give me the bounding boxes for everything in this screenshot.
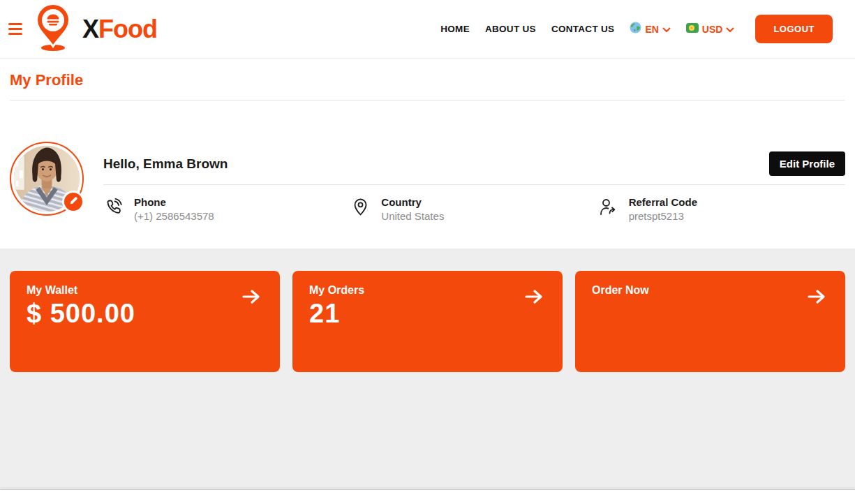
order-now-card-title: Order Now [592, 284, 828, 297]
avatar [10, 142, 84, 216]
edit-profile-button[interactable]: Edit Profile [769, 151, 845, 176]
header: XFood HOME ABOUT US CONTACT US EN [0, 0, 855, 59]
wallet-card-title: My Wallet [27, 284, 263, 297]
my-orders-card[interactable]: My Orders 21 [292, 271, 563, 372]
arrow-right-icon [523, 286, 544, 310]
profile-details: Hello, Emma Brown Edit Profile Phone [103, 142, 845, 223]
order-now-card[interactable]: Order Now [575, 271, 845, 372]
wallet-balance: $ 500.00 [27, 299, 263, 329]
orders-card-title: My Orders [309, 284, 546, 297]
referral-code-field: Referral Code pretspt5213 [598, 195, 845, 223]
logout-button[interactable]: LOGOUT [755, 15, 833, 43]
phone-value: (+1) 2586543578 [134, 209, 214, 223]
edit-avatar-button[interactable] [62, 191, 84, 213]
language-code: EN [645, 24, 658, 35]
hamburger-menu-icon[interactable] [8, 23, 22, 35]
brand-logo[interactable]: XFood [31, 3, 157, 56]
profile-card: Hello, Emma Brown Edit Profile Phone [10, 142, 845, 223]
pencil-icon [69, 195, 78, 208]
user-share-icon [598, 195, 619, 220]
arrow-right-icon [241, 286, 262, 310]
phone-label: Phone [134, 195, 214, 209]
currency-selector[interactable]: USD [686, 23, 735, 36]
brand-name-x: X [82, 15, 98, 43]
brand-name-food: Food [98, 15, 157, 43]
map-pin-burger-logo-icon [31, 3, 77, 56]
arrow-right-icon [806, 286, 827, 310]
map-pin-icon [350, 195, 371, 220]
brand-name: XFood [82, 15, 157, 44]
nav-about-us[interactable]: ABOUT US [485, 24, 536, 34]
profile-info-grid: Phone (+1) 2586543578 Country United Sta… [103, 195, 845, 223]
profile-divider [103, 184, 845, 185]
country-value: United States [381, 209, 444, 223]
globe-icon [630, 22, 641, 36]
profile-section: My Profile [0, 59, 855, 249]
referral-code-value: pretspt5213 [629, 209, 697, 223]
flag-icon [686, 23, 699, 36]
country-label: Country [381, 195, 444, 209]
greeting-text: Hello, Emma Brown [103, 156, 228, 172]
currency-code: USD [702, 24, 723, 35]
chevron-down-icon [662, 23, 671, 36]
dashboard-section: My Wallet $ 500.00 My Orders 21 Order No… [0, 249, 855, 489]
country-field: Country United States [350, 195, 597, 223]
page-title: My Profile [10, 59, 845, 89]
language-selector[interactable]: EN [630, 22, 670, 36]
main-nav: HOME ABOUT US CONTACT US EN [440, 15, 833, 43]
footer-strip [0, 489, 855, 504]
title-divider [10, 100, 845, 101]
dashboard-cards: My Wallet $ 500.00 My Orders 21 Order No… [10, 271, 845, 372]
nav-contact-us[interactable]: CONTACT US [551, 24, 615, 34]
phone-field: Phone (+1) 2586543578 [103, 195, 350, 223]
my-wallet-card[interactable]: My Wallet $ 500.00 [10, 271, 280, 372]
nav-home[interactable]: HOME [440, 24, 470, 34]
orders-count: 21 [309, 299, 546, 329]
phone-icon [103, 195, 124, 220]
referral-code-label: Referral Code [629, 195, 697, 209]
chevron-down-icon [726, 23, 734, 36]
